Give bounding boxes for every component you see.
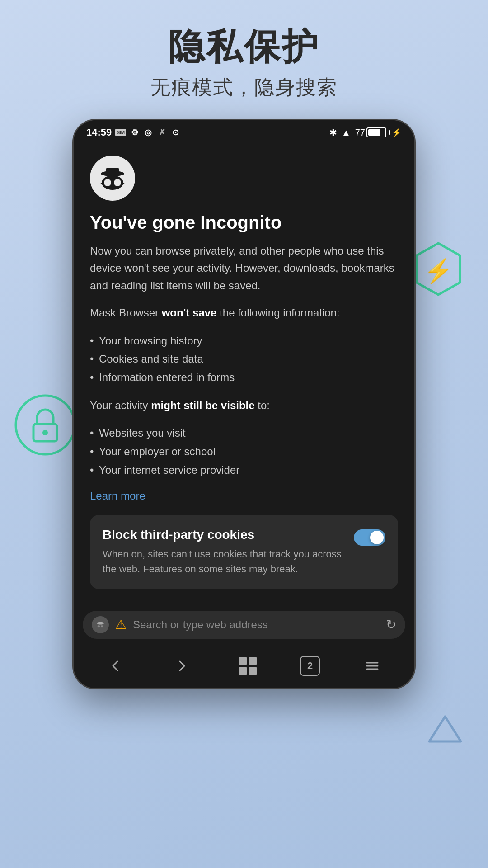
visible-intro: Your activity might still be visible to:	[90, 397, 398, 414]
list-item: Your internet service provider	[90, 461, 398, 480]
battery-percent: 77	[355, 127, 365, 138]
list-item: Cookies and site data	[90, 350, 398, 368]
wont-save-intro: Mask Browser won't save the following in…	[90, 304, 398, 321]
cookies-description: When on, sites can't use cookies that tr…	[103, 547, 345, 576]
status-icons: SIM ⚙ ◎ ✗ ⊙	[115, 127, 180, 137]
charging-icon: ⚡	[392, 127, 402, 137]
wont-save-bold: won't save	[162, 307, 217, 319]
status-icon-sim: SIM	[115, 129, 126, 136]
list-item: Your employer or school	[90, 443, 398, 461]
phone-content: You've gone Incognito Now you can browse…	[74, 142, 414, 603]
tabs-button[interactable]: 2	[300, 656, 320, 676]
cookies-text: Block third-party cookies When on, sites…	[103, 528, 345, 576]
incognito-description: Now you can browse privately, and other …	[90, 242, 398, 294]
status-left: 14:59 SIM ⚙ ◎ ✗ ⊙	[86, 127, 180, 138]
content-gap	[90, 589, 398, 603]
cookies-toggle[interactable]	[354, 529, 385, 546]
bottom-nav: 2	[74, 647, 414, 688]
warning-icon: ⚠	[115, 617, 127, 632]
list-item: Information entered in forms	[90, 368, 398, 387]
status-icon-app1: ⚙	[130, 127, 140, 137]
svg-point-14	[97, 625, 100, 627]
battery-fill	[368, 129, 380, 136]
toggle-knob	[370, 531, 384, 544]
status-right: ✱ ▲ 77 ⚡	[329, 127, 402, 138]
battery-box	[366, 127, 386, 137]
cookies-title: Block third-party cookies	[103, 528, 345, 542]
search-bar-area: ⚠ Search or type web address ↻	[74, 603, 414, 647]
status-time: 14:59	[86, 127, 112, 138]
search-input[interactable]: Search or type web address	[133, 618, 380, 631]
svg-rect-5	[106, 168, 119, 175]
list-item: Websites you visit	[90, 424, 398, 443]
visible-suffix: to:	[255, 399, 270, 411]
list-item: Your browsing history	[90, 332, 398, 350]
deco-triangle-icon	[425, 710, 465, 750]
svg-point-3	[42, 430, 48, 435]
incognito-avatar	[90, 156, 135, 201]
back-button[interactable]	[102, 655, 129, 677]
wont-save-text: Mask Browser	[90, 307, 162, 319]
svg-rect-13	[98, 622, 103, 624]
forward-button[interactable]	[168, 655, 195, 677]
search-bar[interactable]: ⚠ Search or type web address ↻	[83, 611, 405, 639]
status-icon-app4: ⊙	[170, 127, 180, 137]
grid-icon	[239, 657, 257, 675]
bluetooth-icon: ✱	[329, 127, 337, 138]
visible-list: Websites you visit Your employer or scho…	[90, 424, 398, 479]
status-icon-app2: ◎	[143, 127, 153, 137]
deco-bolt-icon: ⚡	[411, 240, 465, 298]
status-icon-app3: ✗	[157, 127, 167, 137]
deco-lock-icon	[14, 393, 77, 457]
incognito-title: You've gone Incognito	[90, 212, 398, 233]
page-subtitle: 无痕模式，隐身搜索	[150, 74, 338, 101]
learn-more-link[interactable]: Learn more	[90, 490, 145, 502]
refresh-icon[interactable]: ↻	[386, 617, 396, 632]
svg-text:⚡: ⚡	[424, 257, 453, 285]
incognito-small-icon	[92, 616, 109, 633]
wont-save-list: Your browsing history Cookies and site d…	[90, 332, 398, 387]
wont-save-suffix: the following information:	[216, 307, 339, 319]
grid-button[interactable]	[234, 655, 261, 677]
page-title: 隐私保护	[150, 27, 338, 67]
visible-text: Your activity	[90, 399, 151, 411]
wifi-icon: ▲	[342, 127, 351, 138]
page-header: 隐私保护 无痕模式，隐身搜索	[150, 0, 338, 119]
battery-tip	[389, 130, 390, 135]
cookies-block: Block third-party cookies When on, sites…	[90, 515, 398, 589]
phone-frame: 14:59 SIM ⚙ ◎ ✗ ⊙ ✱ ▲ 77 ⚡	[72, 119, 416, 689]
status-bar: 14:59 SIM ⚙ ◎ ✗ ⊙ ✱ ▲ 77 ⚡	[74, 120, 414, 142]
svg-point-8	[113, 179, 122, 187]
menu-button[interactable]	[359, 655, 386, 677]
svg-point-7	[103, 179, 112, 187]
visible-bold: might still be visible	[151, 399, 254, 411]
cookies-toggle-wrap[interactable]	[354, 529, 385, 546]
svg-point-15	[101, 625, 103, 627]
battery-indicator: 77 ⚡	[355, 127, 402, 138]
